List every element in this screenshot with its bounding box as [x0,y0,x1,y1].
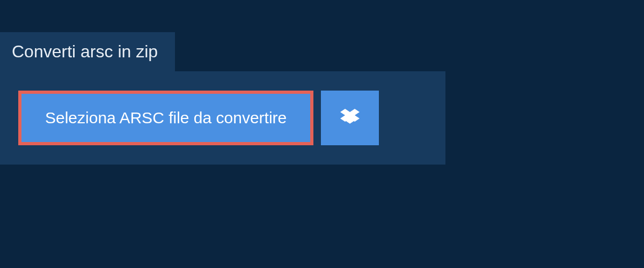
tab-convert[interactable]: Converti arsc in zip [0,32,175,71]
tab-label: Converti arsc in zip [12,42,158,61]
dropbox-icon [340,107,360,129]
select-file-label: Seleziona ARSC file da convertire [45,109,287,127]
select-file-button[interactable]: Seleziona ARSC file da convertire [18,91,313,145]
convert-panel: Seleziona ARSC file da convertire [0,71,445,165]
dropbox-button[interactable] [321,91,379,145]
